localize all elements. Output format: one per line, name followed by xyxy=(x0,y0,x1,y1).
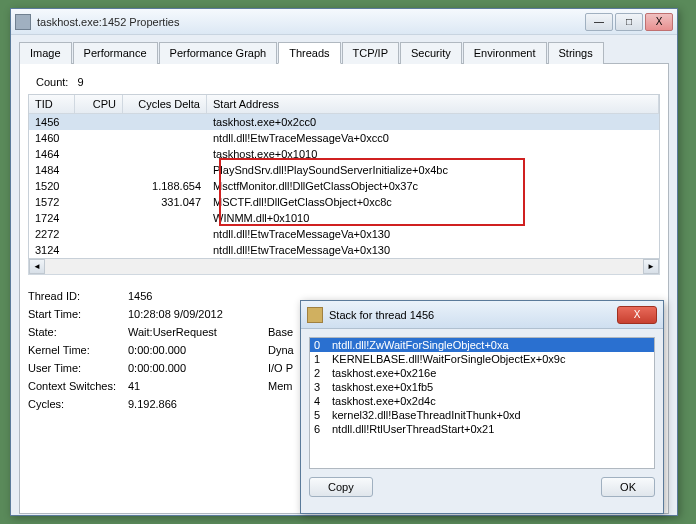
stack-close-button[interactable]: X xyxy=(617,306,657,324)
cell-addr: WINMM.dll+0x1010 xyxy=(207,211,659,225)
stack-window: Stack for thread 1456 X 0ntdll.dll!ZwWai… xyxy=(300,300,664,514)
grid-body: 1456taskhost.exe+0x2cc01460ntdll.dll!Etw… xyxy=(29,114,659,258)
cell-cpu xyxy=(75,147,123,161)
col-tid[interactable]: TID xyxy=(29,95,75,113)
detail-extra: Dyna xyxy=(268,344,294,356)
col-addr[interactable]: Start Address xyxy=(207,95,659,113)
cell-tid: 1460 xyxy=(29,131,75,145)
stack-row[interactable]: 0ntdll.dll!ZwWaitForSingleObject+0xa xyxy=(310,338,654,352)
titlebar[interactable]: taskhost.exe:1452 Properties — □ X xyxy=(11,9,677,35)
stack-index: 5 xyxy=(314,409,332,421)
cell-cpu xyxy=(75,227,123,241)
cell-cycles xyxy=(123,163,207,177)
cell-tid: 1464 xyxy=(29,147,75,161)
cell-cpu xyxy=(75,243,123,257)
cell-addr: taskhost.exe+0x2cc0 xyxy=(207,115,659,129)
scroll-left-icon[interactable]: ◄ xyxy=(29,259,45,274)
tab-security[interactable]: Security xyxy=(400,42,462,64)
ok-button[interactable]: OK xyxy=(601,477,655,497)
tab-threads[interactable]: Threads xyxy=(278,42,340,64)
cell-tid: 1572 xyxy=(29,195,75,209)
detail-value: 0:00:00.000 xyxy=(128,362,268,374)
stack-row[interactable]: 6ntdll.dll!RtlUserThreadStart+0x21 xyxy=(310,422,654,436)
stack-list[interactable]: 0ntdll.dll!ZwWaitForSingleObject+0xa1KER… xyxy=(309,337,655,469)
detail-extra: Mem xyxy=(268,380,292,392)
cell-addr: ntdll.dll!EtwTraceMessageVa+0x130 xyxy=(207,243,659,257)
stack-frame: KERNELBASE.dll!WaitForSingleObjectEx+0x9… xyxy=(332,353,565,365)
stack-titlebar[interactable]: Stack for thread 1456 X xyxy=(301,301,663,329)
tab-tcp/ip[interactable]: TCP/IP xyxy=(342,42,399,64)
cell-cpu xyxy=(75,163,123,177)
cell-addr: PlaySndSrv.dll!PlaySoundServerInitialize… xyxy=(207,163,659,177)
cell-cpu xyxy=(75,195,123,209)
stack-body: 0ntdll.dll!ZwWaitForSingleObject+0xa1KER… xyxy=(301,329,663,505)
table-row[interactable]: 15201.188.654MsctfMonitor.dll!DllGetClas… xyxy=(29,178,659,194)
app-icon xyxy=(15,14,31,30)
stack-row[interactable]: 4taskhost.exe+0x2d4c xyxy=(310,394,654,408)
table-row[interactable]: 1484PlaySndSrv.dll!PlaySoundServerInitia… xyxy=(29,162,659,178)
stack-frame: taskhost.exe+0x1fb5 xyxy=(332,381,433,393)
detail-value: 10:28:08 9/09/2012 xyxy=(128,308,268,320)
cell-tid: 1456 xyxy=(29,115,75,129)
stack-title: Stack for thread 1456 xyxy=(329,309,615,321)
col-cycles[interactable]: Cycles Delta xyxy=(123,95,207,113)
stack-frame: ntdll.dll!RtlUserThreadStart+0x21 xyxy=(332,423,494,435)
tab-image[interactable]: Image xyxy=(19,42,72,64)
stack-index: 4 xyxy=(314,395,332,407)
minimize-button[interactable]: — xyxy=(585,13,613,31)
cell-addr: MSCTF.dll!DllGetClassObject+0xc8c xyxy=(207,195,659,209)
cell-cpu xyxy=(75,179,123,193)
close-button[interactable]: X xyxy=(645,13,673,31)
table-row[interactable]: 3124ntdll.dll!EtwTraceMessageVa+0x130 xyxy=(29,242,659,258)
table-row[interactable]: 1460ntdll.dll!EtwTraceMessageVa+0xcc0 xyxy=(29,130,659,146)
cell-cycles: 1.188.654 xyxy=(123,179,207,193)
tab-strings[interactable]: Strings xyxy=(548,42,604,64)
cell-cycles xyxy=(123,243,207,257)
table-row[interactable]: 1724WINMM.dll+0x1010 xyxy=(29,210,659,226)
window-title: taskhost.exe:1452 Properties xyxy=(37,16,583,28)
detail-extra: I/O P xyxy=(268,362,293,374)
cell-tid: 1484 xyxy=(29,163,75,177)
cell-tid: 3124 xyxy=(29,243,75,257)
tab-performance[interactable]: Performance xyxy=(73,42,158,64)
stack-row[interactable]: 3taskhost.exe+0x1fb5 xyxy=(310,380,654,394)
cell-cpu xyxy=(75,115,123,129)
cell-cpu xyxy=(75,131,123,145)
table-row[interactable]: 2272ntdll.dll!EtwTraceMessageVa+0x130 xyxy=(29,226,659,242)
detail-label: Thread ID: xyxy=(28,290,128,302)
copy-button[interactable]: Copy xyxy=(309,477,373,497)
stack-index: 6 xyxy=(314,423,332,435)
cell-cycles: 331.047 xyxy=(123,195,207,209)
cell-cycles xyxy=(123,227,207,241)
cell-cycles xyxy=(123,131,207,145)
detail-value: 9.192.866 xyxy=(128,398,268,410)
stack-row[interactable]: 5kernel32.dll!BaseThreadInitThunk+0xd xyxy=(310,408,654,422)
cell-addr: MsctfMonitor.dll!DllGetClassObject+0x37c xyxy=(207,179,659,193)
cell-addr: ntdll.dll!EtwTraceMessageVa+0xcc0 xyxy=(207,131,659,145)
scroll-right-icon[interactable]: ► xyxy=(643,259,659,274)
stack-index: 3 xyxy=(314,381,332,393)
stack-index: 1 xyxy=(314,353,332,365)
cell-cycles xyxy=(123,147,207,161)
stack-row[interactable]: 2taskhost.exe+0x216e xyxy=(310,366,654,380)
stack-frame: taskhost.exe+0x216e xyxy=(332,367,436,379)
threads-grid: TID CPU Cycles Delta Start Address 1456t… xyxy=(28,94,660,259)
detail-value: 1456 xyxy=(128,290,268,302)
tab-performance-graph[interactable]: Performance Graph xyxy=(159,42,278,64)
grid-header: TID CPU Cycles Delta Start Address xyxy=(29,95,659,114)
maximize-button[interactable]: □ xyxy=(615,13,643,31)
detail-label: Context Switches: xyxy=(28,380,128,392)
stack-row[interactable]: 1KERNELBASE.dll!WaitForSingleObjectEx+0x… xyxy=(310,352,654,366)
stack-frame: kernel32.dll!BaseThreadInitThunk+0xd xyxy=(332,409,521,421)
cell-tid: 2272 xyxy=(29,227,75,241)
count-value: 9 xyxy=(78,76,84,88)
tab-environment[interactable]: Environment xyxy=(463,42,547,64)
cell-cpu xyxy=(75,211,123,225)
table-row[interactable]: 1456taskhost.exe+0x2cc0 xyxy=(29,114,659,130)
table-row[interactable]: 1464taskhost.exe+0x1010 xyxy=(29,146,659,162)
detail-label: Start Time: xyxy=(28,308,128,320)
horizontal-scrollbar[interactable]: ◄ ► xyxy=(28,259,660,275)
col-cpu[interactable]: CPU xyxy=(75,95,123,113)
scroll-track[interactable] xyxy=(45,259,643,274)
table-row[interactable]: 1572331.047MSCTF.dll!DllGetClassObject+0… xyxy=(29,194,659,210)
